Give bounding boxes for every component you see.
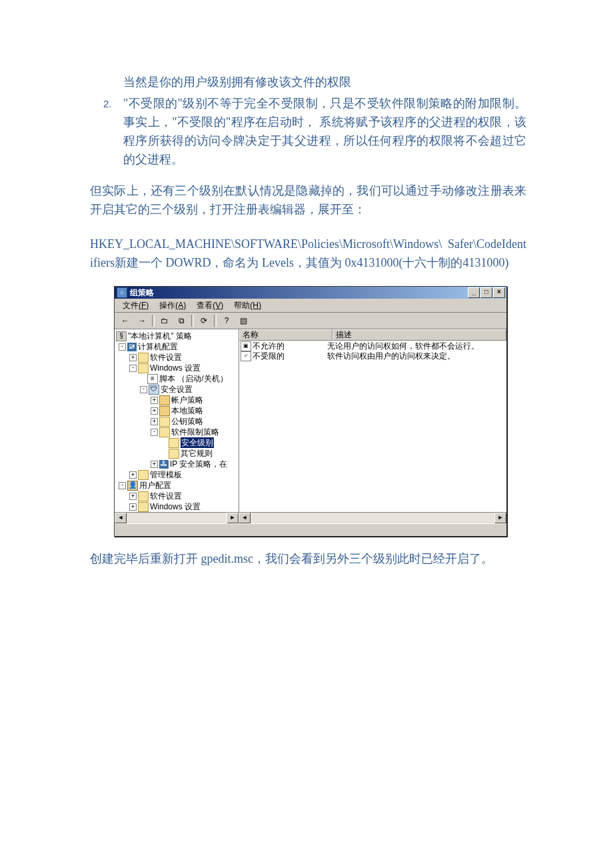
tree-software-restriction[interactable]: - 软件限制策略	[116, 427, 237, 437]
tree-label: Windows 设置	[150, 501, 201, 512]
list-item: 当然是你的用户级别拥有修改该文件的权限	[123, 73, 526, 92]
tree-label: IP 安全策略，在	[170, 459, 227, 469]
tree-security-settings[interactable]: - 🛡 安全设置	[116, 384, 237, 395]
app-icon: ⌂	[117, 287, 127, 298]
user-icon: 👤	[127, 481, 138, 491]
folder-icon	[138, 363, 149, 373]
expand-icon[interactable]: +	[151, 461, 158, 468]
cell-name: 不允许的	[253, 341, 285, 351]
tree-software-settings[interactable]: + 软件设置	[116, 352, 237, 363]
folder-icon	[169, 438, 179, 448]
list-pane: 名称 描述 ▣ 不允许的 无论用户的访问权如何，软件都不会运行。	[239, 329, 506, 512]
scroll-track[interactable]	[127, 513, 227, 523]
tree-admin-templates[interactable]: + 管理模板	[116, 469, 237, 480]
titlebar[interactable]: ⌂ 组策略 _ □ ×	[115, 287, 506, 299]
tree-security-levels[interactable]: 安全级别	[116, 437, 237, 448]
scroll-right-button[interactable]: ►	[494, 513, 506, 523]
up-button[interactable]: 🗀	[157, 313, 173, 328]
tree-label: 软件设置	[150, 491, 182, 501]
registry-path: HKEY_LOCAL_MACHINE\SOFTWARE\Policies\Mic…	[90, 235, 526, 273]
tree-windows-settings[interactable]: - Windows 设置	[116, 363, 237, 373]
scroll-track[interactable]	[251, 513, 494, 523]
numbered-list: 当然是你的用户级别拥有修改该文件的权限 2. "不受限的"级别不等于完全不受限制…	[90, 73, 526, 169]
collapse-icon[interactable]: -	[151, 429, 158, 436]
tree-local-policy[interactable]: + 本地策略	[116, 405, 237, 416]
props-button[interactable]: ⧉	[173, 313, 189, 328]
list-row[interactable]: ▣ 不允许的 无论用户的访问权如何，软件都不会运行。	[241, 341, 505, 351]
column-desc[interactable]: 描述	[332, 329, 506, 341]
tree-label: 软件设置	[150, 352, 182, 363]
expand-icon[interactable]: +	[129, 354, 137, 361]
statusbar	[115, 523, 506, 536]
paragraph: 但实际上，还有三个级别在默认情况是隐藏掉的，我们可以通过手动修改注册表来开启其它…	[90, 182, 526, 219]
book-icon	[159, 406, 170, 416]
collapse-icon[interactable]: -	[119, 343, 126, 351]
toolbar-separator	[152, 315, 155, 327]
tree-label: 其它规则	[181, 448, 213, 459]
scroll-right-button[interactable]: ►	[227, 513, 239, 523]
menu-help[interactable]: 帮助(H)	[229, 299, 267, 313]
tree-computer-config[interactable]: - 🖳 计算机配置	[116, 341, 237, 352]
collapse-icon[interactable]: -	[119, 482, 126, 489]
tree-label: 计算机配置	[138, 341, 178, 352]
tree-label: 脚本 （启动/关机）	[159, 373, 228, 384]
level-icon: ▣	[241, 341, 251, 351]
help-button[interactable]: ?	[219, 313, 235, 328]
paragraph: 创建完毕后重新打开 gpedit.msc，我们会看到另外三个级别此时已经开启了。	[90, 550, 526, 569]
expand-icon[interactable]: +	[129, 471, 137, 479]
forward-button[interactable]: →	[134, 313, 150, 328]
expand-icon[interactable]: +	[151, 407, 158, 415]
expand-icon[interactable]: +	[129, 493, 137, 500]
back-button[interactable]: ←	[117, 313, 133, 328]
collapse-icon[interactable]: -	[129, 365, 137, 372]
tree-label-selected: 安全级别	[181, 437, 214, 448]
collapse-icon[interactable]: -	[140, 386, 147, 393]
list-text: "不受限的"级别不等于完全不受限制，只是不受软件限制策略的附加限制。事实上，"不…	[123, 97, 526, 166]
folder-icon	[138, 353, 149, 363]
menu-view[interactable]: 查看(V)	[191, 299, 229, 313]
folder-icon	[138, 491, 149, 501]
book-icon	[159, 395, 170, 405]
tree-label: 管理模板	[150, 469, 182, 480]
maximize-button[interactable]: □	[480, 287, 492, 298]
folder-icon	[159, 427, 170, 437]
column-name[interactable]: 名称	[239, 329, 332, 341]
tree-pubkey-policy[interactable]: + 公钥策略	[116, 416, 237, 427]
scroll-left-button[interactable]: ◄	[239, 513, 251, 523]
scroll-left-button[interactable]: ◄	[115, 513, 127, 523]
tree-scripts[interactable]: ≡ 脚本 （启动/关机）	[116, 373, 237, 384]
cell-name: 不受限的	[253, 351, 285, 361]
tree-ipsec[interactable]: + 🖧 IP 安全策略，在	[116, 459, 237, 469]
tree-other-rules[interactable]: 其它规则	[116, 448, 237, 459]
list-item: 2. "不受限的"级别不等于完全不受限制，只是不受软件限制策略的附加限制。事实上…	[123, 95, 526, 169]
tree-label: 帐户策略	[171, 395, 203, 405]
menu-action[interactable]: 操作(A)	[154, 299, 191, 313]
tree-label: 公钥策略	[171, 416, 203, 427]
tree-label: 本地策略	[171, 405, 203, 416]
menu-file[interactable]: 文件(F)	[117, 299, 154, 313]
folder-icon	[169, 449, 179, 459]
window: ⌂ 组策略 _ □ × 文件(F) 操作(A) 查看(V) 帮助(H) ← → …	[114, 286, 507, 537]
folder-icon	[159, 417, 170, 427]
list-row[interactable]: ✓ 不受限的 软件访问权由用户的访问权来决定。	[241, 351, 505, 361]
folder-icon	[138, 470, 149, 480]
client-area: § "本地计算机" 策略 - 🖳 计算机配置 +	[115, 329, 506, 512]
tree-windows-settings[interactable]: + Windows 设置	[116, 501, 237, 512]
tree-root[interactable]: § "本地计算机" 策略	[116, 331, 237, 341]
expand-icon[interactable]: +	[151, 418, 158, 425]
expand-icon[interactable]: +	[129, 503, 137, 511]
minimize-button[interactable]: _	[468, 287, 480, 298]
close-button[interactable]: ×	[493, 287, 505, 298]
cell-desc: 无论用户的访问权如何，软件都不会运行。	[327, 341, 505, 351]
tree-label: "本地计算机" 策略	[128, 331, 192, 341]
listview-button[interactable]: ▤	[235, 313, 251, 328]
tree-user-config[interactable]: - 👤 用户配置	[116, 480, 237, 491]
refresh-button[interactable]: ⟳	[196, 313, 212, 328]
tree-label: 软件限制策略	[171, 427, 219, 437]
tree-account-policy[interactable]: + 帐户策略	[116, 395, 237, 405]
expand-icon[interactable]: +	[151, 397, 158, 404]
tree-software-settings[interactable]: + 软件设置	[116, 491, 237, 501]
shield-icon: 🛡	[149, 385, 159, 395]
script-icon: ≡	[147, 374, 158, 384]
list-marker: 2.	[103, 96, 112, 111]
